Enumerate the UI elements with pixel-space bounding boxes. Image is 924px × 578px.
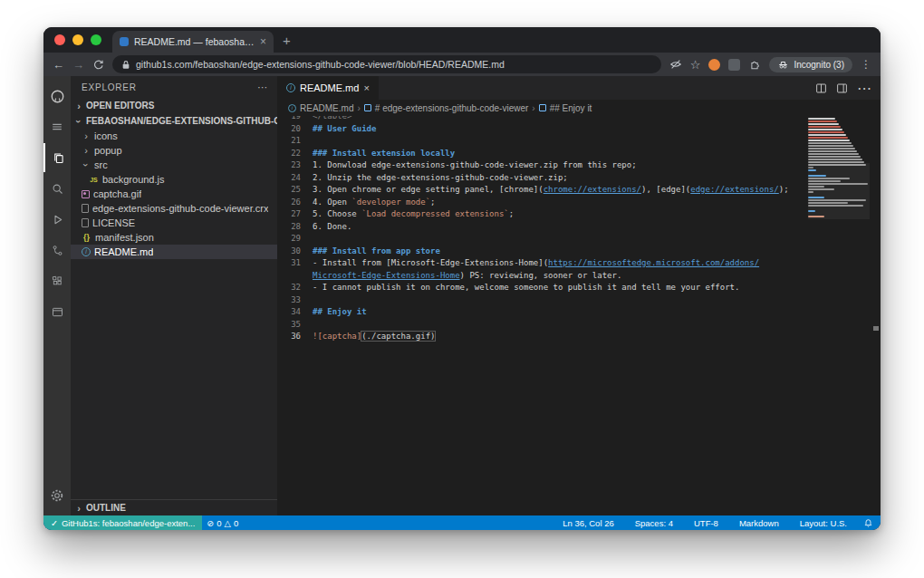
forward-button[interactable]: → [72,59,84,71]
code-segment: ; [509,209,514,218]
browser-window: README.md — febaoshan/edg × + ← → github… [43,27,881,530]
editor-group: i README.md × ⋯ iREADME.md›# edg [277,76,881,515]
tree-item-src[interactable]: ›src [71,158,277,172]
explorer-icon[interactable] [43,143,71,172]
line-text [301,319,799,332]
minimap-line [808,150,857,152]
file-label: manifest.json [95,232,154,243]
tree-item-popup[interactable]: ›popup [71,143,277,158]
problems-indicator[interactable]: ⊘ 0 △ 0 [202,518,243,528]
chevron-right-icon: › [74,503,83,514]
line-number: 21 [277,135,301,148]
line-text: 3. Open chrome or edge setting panel, [c… [301,184,799,197]
explorer-more-actions[interactable]: ⋯ [257,82,268,93]
extension-orange-icon[interactable] [708,59,720,71]
github-logo-icon[interactable] [43,82,71,111]
browser-preview-icon[interactable] [43,297,71,326]
line-number: 36 [277,331,301,343]
tree-item-readme-md[interactable]: iREADME.md [71,245,277,259]
minimize-window-button[interactable] [72,34,83,45]
tree-item-manifest-json[interactable]: {}manifest.json [71,230,277,245]
tree-item-icons[interactable]: ›icons [71,129,277,143]
warning-count: 0 [234,518,238,528]
back-button[interactable]: ← [53,59,64,71]
file-file-icon [82,204,89,213]
tracking-protection-icon[interactable] [669,58,682,71]
incognito-indicator[interactable]: Incognito (3) [769,57,852,72]
open-preview-icon[interactable] [815,82,827,94]
desktop-background: README.md — febaoshan/edg × + ← → github… [0,0,924,578]
tab-close-icon[interactable]: × [260,35,266,48]
menu-icon[interactable] [43,112,71,141]
line-number: 32 [277,282,301,294]
file-label: LICENSE [92,217,135,228]
chevron-right-icon: › [74,101,83,111]
run-debug-icon[interactable] [43,205,71,234]
editor-scrollbar[interactable] [871,116,881,515]
status-item-markdown[interactable]: Markdown [735,518,784,528]
breadcrumb-item[interactable]: # edge-extensions-github-code-viewer [375,103,529,113]
extensions-icon[interactable] [43,266,71,295]
address-bar[interactable]: github1s.com/febaoshan/edge-extensions-g… [112,55,661,73]
js-file-icon: JS [89,177,99,183]
code-segment: - I cannot publish it on chrome, welcome… [313,283,739,292]
remote-label: GitHub1s: febaoshan/edge-exten... [62,518,195,528]
warning-icon: △ [225,518,231,528]
zoom-window-button[interactable] [91,34,101,45]
editor-tab-close-icon[interactable]: × [363,82,369,93]
minimap-slider[interactable] [808,163,870,219]
code-area[interactable]: 19</table>20## User Guide2122### Install… [277,116,881,515]
code-segment: Microsoft-Edge-Extensions-Home [313,271,460,280]
code-line: 21 [277,135,799,148]
status-item-spaces-4[interactable]: Spaces: 4 [630,518,678,528]
code-segment: https://microsoftedge.microsoft.com/addo… [548,258,759,267]
code-line: 29 [277,233,799,246]
editor-more-actions[interactable]: ⋯ [857,80,871,97]
code-line: 275. Choose `Load decompressed extension… [277,208,799,221]
open-editors-label: OPEN EDITORS [86,101,154,111]
notifications-bell-icon[interactable] [863,518,873,528]
source-control-icon[interactable] [43,236,71,265]
browser-menu-button[interactable]: ⋮ [861,58,871,71]
reload-button[interactable] [92,59,104,71]
remote-indicator[interactable]: ✓ GitHub1s: febaoshan/edge-exten... [43,515,202,530]
editor-tab-readme[interactable]: i README.md × [277,76,379,100]
new-tab-button[interactable]: + [283,27,291,53]
status-item-utf-8[interactable]: UTF-8 [689,518,723,528]
minimap-line [808,159,862,160]
tree-item-background-js[interactable]: JSbackground.js [71,172,277,187]
browser-tab[interactable]: README.md — febaoshan/edg × [112,31,274,53]
file-label: background.js [102,174,165,185]
minimap-line [808,123,839,125]
tree-item-edge-extensions-github-code-viewer-crx[interactable]: edge-extensions-github-code-viewer.crx [71,201,277,216]
extensions-puzzle-icon[interactable] [748,58,761,71]
outline-section[interactable]: › OUTLINE [71,499,277,515]
settings-gear-icon[interactable] [43,481,71,510]
code-line: 253. Open chrome or edge setting panel, … [277,184,799,197]
breadcrumb-item[interactable]: README.md [300,103,353,113]
symbol-icon [364,104,371,111]
split-editor-icon[interactable] [836,82,848,94]
workspace-root-section[interactable]: › FEBAOSHAN/EDGE-EXTENSIONS-GITHUB-COD..… [71,113,277,129]
close-window-button[interactable] [54,34,65,45]
bookmark-star-icon[interactable]: ☆ [690,59,701,71]
minimap-line [808,134,846,136]
extension-dark-icon[interactable] [728,59,740,71]
info-file-icon: i [288,104,296,112]
tree-item-captcha-gif[interactable]: captcha.gif [71,187,277,201]
code-line: 30### Install from app store [277,246,799,258]
chevron-down-icon: › [81,160,91,169]
breadcrumb-item[interactable]: ## Enjoy it [550,103,592,113]
code-segment: 4. Open [313,197,351,207]
open-editors-section[interactable]: › OPEN EDITORS [71,98,277,113]
line-text: ### Install from app store [301,246,799,258]
tree-item-license[interactable]: LICENSE [71,216,277,230]
line-text: - I cannot publish it on chrome, welcome… [301,282,799,294]
code-segment: 1. Donwload edge-extensions-github-code-… [313,160,637,169]
code-segment: ![captcha] [313,332,361,341]
status-item-layout-u-s-[interactable]: Layout: U.S. [795,518,852,528]
search-icon[interactable] [43,174,71,203]
status-item-ln-36-col-26[interactable]: Ln 36, Col 26 [558,518,619,528]
line-number: 35 [277,319,301,332]
code-segment: ## User Guide [313,124,376,133]
